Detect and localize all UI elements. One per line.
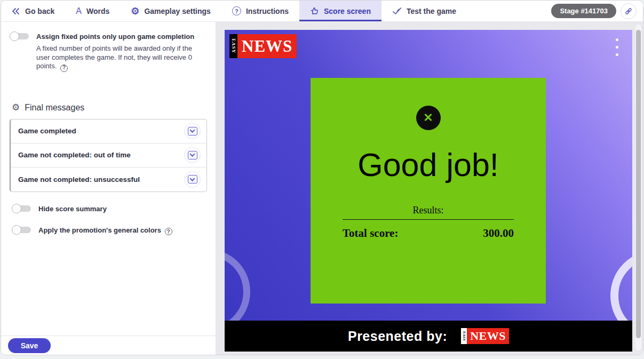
expand-message-button[interactable]	[184, 171, 201, 188]
tab-instructions[interactable]: ? Instructions	[221, 1, 299, 21]
tab-score-screen[interactable]: Score screen	[299, 1, 381, 21]
chevron-down-icon	[188, 175, 197, 184]
link-icon	[624, 7, 633, 15]
total-score-value: 300.00	[483, 227, 514, 240]
brand-easy-label: EASY	[461, 328, 467, 344]
letter-a-icon: A	[76, 6, 82, 16]
brand-logo-small: EASY NEWS	[461, 328, 509, 344]
message-label: Game not completed: out of time	[18, 151, 131, 159]
check-icon	[392, 7, 402, 15]
score-screen-label: Score screen	[324, 7, 371, 15]
apply-general-colors-toggle[interactable]	[12, 225, 32, 235]
fixed-points-label: Assign fixed points only upon game compl…	[36, 31, 194, 41]
words-label: Words	[86, 7, 109, 15]
test-the-game-label: Test the game	[407, 7, 456, 15]
save-button[interactable]: Save	[8, 338, 51, 353]
gear-icon: ⚙	[12, 103, 20, 112]
fixed-points-description: A fixed number of points will be awarded…	[36, 44, 207, 72]
expand-message-button[interactable]	[184, 123, 201, 139]
kebab-menu-icon[interactable]	[616, 38, 618, 56]
close-icon[interactable]: ✕	[416, 106, 441, 130]
question-circle-icon: ?	[232, 6, 241, 15]
scrollbar-thumb[interactable]	[636, 30, 641, 338]
hide-score-summary-toggle[interactable]	[12, 204, 32, 213]
brand-logo: EASY NEWS	[229, 34, 297, 58]
message-label: Game not completed: unsuccessful	[18, 175, 140, 184]
game-screen: EASY NEWS ✕ Good job! Results: Total sco…	[225, 30, 632, 352]
app-window: Go back A Words ⚙ Gameplay settings ? In…	[1, 0, 643, 355]
final-messages-heading: ⚙ Final messages	[12, 103, 207, 113]
final-messages-list: Game completed Game not completed: out o…	[10, 119, 207, 192]
help-icon[interactable]: ?	[165, 228, 172, 235]
total-score-label: Total score:	[343, 227, 398, 240]
instructions-label: Instructions	[246, 7, 289, 15]
list-item: Game completed	[11, 119, 206, 143]
message-label: Game completed	[18, 127, 76, 135]
help-icon[interactable]: ?	[60, 65, 68, 72]
results-label: Results:	[311, 205, 546, 216]
hide-score-summary-label: Hide score summary	[38, 204, 107, 213]
results-divider	[343, 219, 514, 220]
fixed-points-toggle[interactable]	[10, 31, 30, 41]
tab-test-the-game[interactable]: Test the game	[381, 1, 467, 21]
preview-scrollbar	[635, 25, 641, 350]
list-item: Game not completed: unsuccessful	[11, 167, 206, 192]
total-score-row: Total score: 300.00	[311, 227, 546, 240]
chevron-down-icon	[188, 127, 197, 135]
copy-link-button[interactable]	[621, 3, 637, 19]
presented-by-label: Preseneted by:	[348, 329, 447, 344]
gear-icon: ⚙	[131, 6, 139, 16]
double-chevron-left-icon	[12, 7, 20, 15]
thumbs-up-icon	[310, 6, 319, 15]
score-card: ✕ Good job! Results: Total score: 300.00	[311, 78, 546, 304]
score-title: Good job!	[311, 146, 546, 184]
brand-news-label: NEWS	[237, 34, 297, 58]
save-bar: Save	[1, 336, 216, 355]
list-item: Game not completed: out of time	[11, 143, 206, 167]
brand-easy-label: EASY	[229, 34, 237, 58]
final-messages-title: Final messages	[25, 103, 84, 113]
chevron-down-icon	[188, 151, 197, 159]
stage-badge: Stage #141703	[551, 4, 616, 18]
game-preview-panel: EASY NEWS ✕ Good job! Results: Total sco…	[216, 22, 643, 355]
brand-news-label: NEWS	[467, 328, 509, 344]
go-back-label: Go back	[25, 7, 54, 15]
settings-panel: Assign fixed points only upon game compl…	[1, 22, 216, 355]
go-back-button[interactable]: Go back	[1, 1, 65, 21]
gameplay-settings-label: Gameplay settings	[144, 7, 211, 15]
top-navbar: Go back A Words ⚙ Gameplay settings ? In…	[1, 1, 643, 22]
tab-words[interactable]: A Words	[65, 1, 120, 21]
presented-by-bar: Preseneted by: EASY NEWS	[225, 321, 632, 352]
tab-gameplay-settings[interactable]: ⚙ Gameplay settings	[120, 1, 221, 21]
apply-general-colors-label: Apply the promotion's general colors ?	[38, 225, 172, 236]
expand-message-button[interactable]	[184, 147, 201, 163]
